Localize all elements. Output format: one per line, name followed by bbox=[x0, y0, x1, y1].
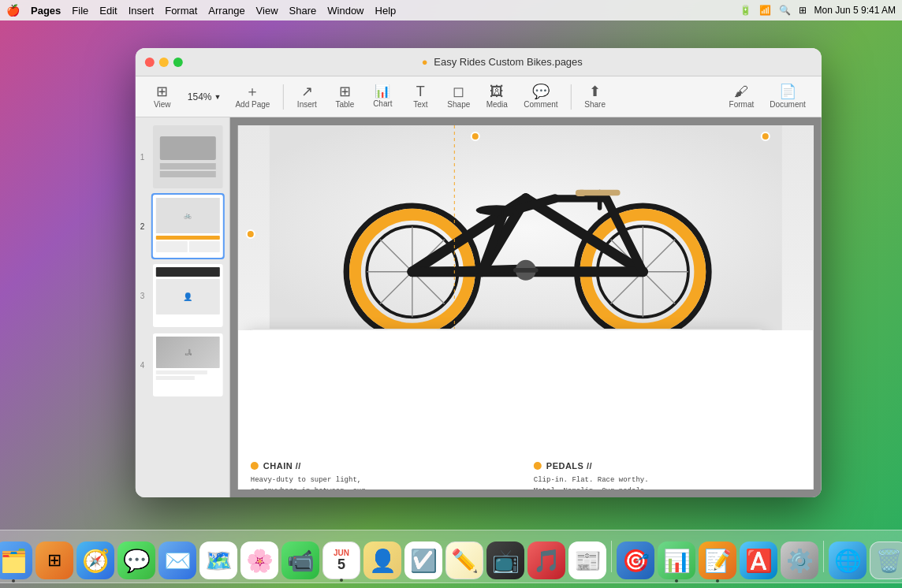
search-icon[interactable]: 🔍 bbox=[779, 5, 791, 16]
dock-music[interactable]: 🎵 bbox=[527, 541, 565, 579]
calendar-dot bbox=[340, 579, 343, 582]
chain-header: CHAIN // bbox=[251, 461, 518, 471]
zoom-value: 154% bbox=[188, 91, 212, 102]
dock-safari[interactable]: 🧭 bbox=[76, 541, 114, 579]
share-button[interactable]: ⬆ Share bbox=[578, 81, 613, 112]
svg-point-25 bbox=[476, 205, 517, 215]
page-4-thumb[interactable]: 4 🏞 bbox=[151, 332, 225, 398]
title-bar: ● Easy Rides Custom Bikes.pages bbox=[136, 48, 822, 76]
apple-menu[interactable]: 🍎 bbox=[6, 4, 20, 17]
text-button[interactable]: T Text bbox=[403, 81, 438, 112]
handle-top-right[interactable] bbox=[761, 132, 770, 141]
menubar-app-name[interactable]: Pages bbox=[31, 5, 61, 17]
appstore-icon: 🅰️ bbox=[745, 548, 773, 574]
dock-photos[interactable]: 🌸 bbox=[240, 541, 278, 579]
dock-news[interactable]: 📰 bbox=[568, 541, 606, 579]
photos-icon: 🌸 bbox=[246, 548, 274, 574]
dock-appstore[interactable]: 🅰️ bbox=[740, 541, 777, 579]
view-icon: ⊞ bbox=[156, 84, 168, 99]
document-canvas[interactable]: CHAIN // Heavy-duty to super light, or a… bbox=[230, 117, 822, 497]
insert-label: Insert bbox=[297, 100, 317, 109]
menubar-window[interactable]: Window bbox=[327, 5, 363, 17]
internet-icon: 🌐 bbox=[834, 548, 862, 574]
dock-systemprefs[interactable]: ⚙️ bbox=[781, 541, 818, 579]
document-page: CHAIN // Heavy-duty to super light, or a… bbox=[238, 125, 814, 489]
chart-button[interactable]: 📊 Chart bbox=[365, 82, 400, 111]
zoom-control[interactable]: 154% ▼ bbox=[183, 88, 226, 106]
dock-mail[interactable]: ✉️ bbox=[158, 541, 196, 579]
shape-label: Shape bbox=[447, 100, 470, 109]
dock-trash[interactable]: 🗑️ bbox=[870, 541, 902, 579]
document-label: Document bbox=[770, 100, 806, 109]
page-4-preview: 🏞 bbox=[153, 333, 223, 396]
menubar-help[interactable]: Help bbox=[375, 5, 397, 17]
dock-contacts[interactable]: 👤 bbox=[363, 541, 401, 579]
view-button[interactable]: ⊞ View bbox=[145, 81, 180, 112]
text-icon: T bbox=[416, 84, 425, 99]
dock-keynote[interactable]: 🎯 bbox=[617, 541, 654, 579]
table-label: Table bbox=[335, 100, 354, 109]
messages-icon: 💬 bbox=[123, 548, 151, 574]
menubar-edit[interactable]: Edit bbox=[99, 5, 117, 17]
shape-button[interactable]: ◻ Shape bbox=[441, 81, 476, 112]
handle-middle-left[interactable] bbox=[246, 229, 255, 239]
media-icon: 🖼 bbox=[490, 84, 504, 99]
dock-calendar[interactable]: JUN5 bbox=[322, 541, 360, 579]
dock-numbers[interactable]: 📊 bbox=[658, 541, 695, 579]
page-1-thumb[interactable]: 1 bbox=[151, 124, 225, 190]
minimize-button[interactable] bbox=[159, 58, 169, 67]
chain-body: Heavy-duty to super light, or anywhere i… bbox=[251, 475, 518, 489]
pedals-column: PEDALS // Clip-in. Flat. Race worthy. Me… bbox=[534, 461, 801, 489]
dock-appletv[interactable]: 📺 bbox=[486, 541, 524, 579]
menubar-insert[interactable]: Insert bbox=[129, 5, 155, 17]
menubar-share[interactable]: Share bbox=[289, 5, 317, 17]
menubar: 🍎 Pages File Edit Insert Format Arrange … bbox=[0, 0, 902, 20]
page-2-thumb[interactable]: 2 🚲 bbox=[151, 193, 225, 259]
dock-pages[interactable]: 📝 bbox=[699, 541, 736, 579]
add-page-button[interactable]: ＋ Add Page bbox=[229, 81, 276, 112]
hover-text-box: CHAIN // Heavy-duty to super light, or a… bbox=[246, 329, 766, 330]
insert-button[interactable]: ↗ Insert bbox=[289, 81, 324, 112]
page-3-thumb[interactable]: 3 👤 bbox=[151, 262, 225, 329]
control-center-icon[interactable]: ⊞ bbox=[799, 5, 807, 16]
dock-launchpad[interactable]: ⊞ bbox=[35, 541, 73, 579]
add-page-label: Add Page bbox=[235, 100, 270, 109]
comment-button[interactable]: 💬 Comment bbox=[517, 81, 564, 112]
page-3-number: 3 bbox=[140, 292, 145, 300]
page-2-number: 2 bbox=[140, 222, 145, 231]
media-button[interactable]: 🖼 Media bbox=[479, 81, 514, 112]
dock-freeform[interactable]: ✏️ bbox=[445, 541, 483, 579]
handle-top-center[interactable] bbox=[471, 132, 480, 141]
table-button[interactable]: ⊞ Table bbox=[327, 81, 362, 112]
comment-label: Comment bbox=[524, 100, 557, 109]
menubar-view[interactable]: View bbox=[256, 5, 278, 17]
numbers-icon: 📊 bbox=[663, 548, 691, 574]
maps-icon: 🗺️ bbox=[205, 548, 233, 574]
menubar-format[interactable]: Format bbox=[165, 5, 197, 17]
page-4-number: 4 bbox=[140, 361, 145, 370]
maximize-button[interactable] bbox=[173, 58, 183, 67]
document-text-area: CHAIN // Heavy-duty to super light, or a… bbox=[238, 448, 814, 489]
document-button[interactable]: 📄 Document bbox=[763, 81, 812, 112]
dock-reminders[interactable]: ☑️ bbox=[404, 541, 442, 579]
page-3-preview: 👤 bbox=[153, 264, 223, 327]
close-button[interactable] bbox=[145, 58, 155, 67]
dock-separator bbox=[611, 541, 612, 572]
menubar-file[interactable]: File bbox=[72, 5, 88, 17]
media-label: Media bbox=[486, 100, 508, 109]
format-button[interactable]: 🖌 Format bbox=[723, 81, 761, 112]
pedals-body: Clip-in. Flat. Race worthy. Metal. Nonsl… bbox=[534, 475, 801, 489]
main-content: 1 2 🚲 bbox=[136, 117, 822, 497]
dock-facetime[interactable]: 📹 bbox=[281, 541, 319, 579]
bike-svg bbox=[238, 125, 814, 330]
menubar-arrange[interactable]: Arrange bbox=[208, 5, 244, 17]
desktop: ● Easy Rides Custom Bikes.pages ⊞ View 1… bbox=[0, 20, 902, 525]
format-label: Format bbox=[729, 100, 755, 109]
dock-maps[interactable]: 🗺️ bbox=[199, 541, 237, 579]
facetime-icon: 📹 bbox=[287, 548, 315, 574]
svg-rect-29 bbox=[576, 190, 586, 196]
dock-finder[interactable]: 🗂️ bbox=[0, 541, 32, 579]
dock-messages[interactable]: 💬 bbox=[117, 541, 155, 579]
dock-internet[interactable]: 🌐 bbox=[829, 541, 867, 579]
bike-image[interactable]: CHAIN // Heavy-duty to super light, or a… bbox=[238, 125, 814, 330]
